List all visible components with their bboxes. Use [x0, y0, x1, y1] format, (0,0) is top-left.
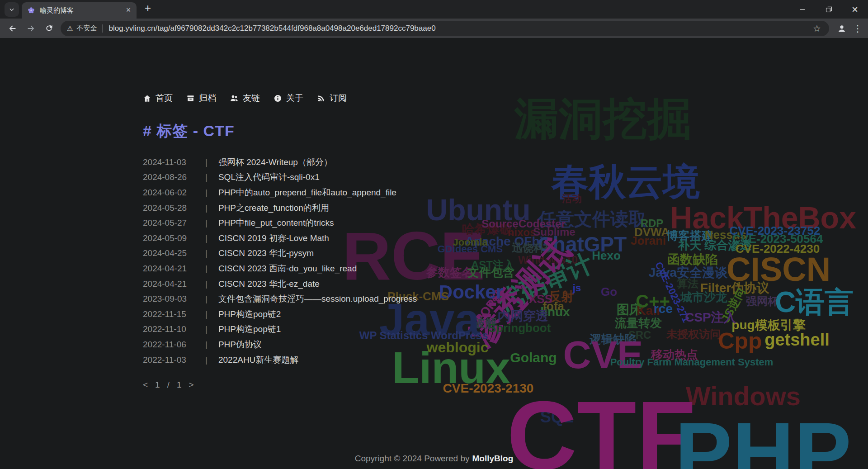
- post-separator: |: [205, 203, 208, 213]
- info-icon: [274, 94, 282, 103]
- close-button[interactable]: ×: [842, 0, 868, 19]
- security-chip[interactable]: ⚠ 不安全: [67, 24, 102, 33]
- nav-item-archive[interactable]: 归档: [186, 92, 216, 104]
- reload-button[interactable]: [41, 20, 57, 37]
- new-tab-button[interactable]: +: [141, 2, 155, 15]
- post-separator: |: [205, 279, 208, 289]
- post-date: 2024-11-03: [143, 157, 198, 167]
- post-row: 2022-11-15|PHP构造pop链2: [143, 307, 417, 322]
- menu-kebab-icon[interactable]: ⋮: [851, 23, 864, 34]
- post-separator: |: [205, 233, 208, 243]
- forward-button[interactable]: [23, 20, 39, 37]
- post-separator: |: [205, 324, 208, 334]
- minimize-button[interactable]: [789, 0, 816, 19]
- post-title-link[interactable]: CISCN 2023 华北-pysym: [218, 247, 314, 259]
- post-title-link[interactable]: SQL注入代码审计-sqli-0x1: [218, 171, 320, 183]
- post-title-link[interactable]: PHP之create_function的利用: [218, 202, 329, 214]
- tab-title: 喻灵的博客: [40, 6, 124, 15]
- wordcloud-word: Poultry Farm Management System: [610, 357, 774, 367]
- post-row: 2024-11-03|强网杯 2024-Writeup（部分）: [143, 155, 417, 170]
- tag-wordcloud: 漏洞挖掘春秋云境Ubuntu任意文件读取HackTheBox活动RCE哈希爆破S…: [0, 38, 868, 469]
- post-title-link[interactable]: CISCN 2019 初赛-Love Math: [218, 232, 329, 244]
- nav-item-label: 归档: [199, 92, 216, 104]
- post-title-link[interactable]: PHP构造pop链2: [218, 308, 281, 320]
- nav-item-label: 关于: [286, 92, 303, 104]
- post-date: 2022-11-03: [143, 355, 198, 365]
- reload-icon: [44, 24, 54, 33]
- wordcloud-word: 内网穿透: [498, 310, 548, 322]
- post-row: 2024-06-02|PHP中的auto_prepend_file和auto_a…: [143, 185, 417, 200]
- favicon-flower-icon: [27, 6, 35, 14]
- nav-item-friends[interactable]: 友链: [230, 92, 260, 104]
- tab-search-button[interactable]: [5, 2, 19, 17]
- nav-item-label: 友链: [243, 92, 260, 104]
- post-row: 2024-05-27|PHP中file_put_content的tricks: [143, 215, 417, 231]
- post-row: 2022-11-10|PHP构造pop链1: [143, 322, 417, 337]
- post-title-link[interactable]: PHP构造pop链1: [218, 323, 281, 335]
- post-separator: |: [205, 264, 208, 274]
- wordcloud-word: Go: [601, 286, 617, 298]
- wordcloud-word: 算法: [677, 278, 698, 289]
- post-title-link[interactable]: PHP中file_put_content的tricks: [218, 217, 334, 229]
- home-icon: [143, 94, 151, 103]
- post-date: 2024-06-02: [143, 188, 198, 198]
- current-page: 1: [155, 380, 160, 390]
- post-date: 2024-05-27: [143, 218, 198, 228]
- post-row: 2022-11-03|2022AHU新生赛题解: [143, 352, 417, 368]
- pagination: < 1 / 1 >: [143, 380, 194, 390]
- post-title-link[interactable]: 2022AHU新生赛题解: [218, 354, 298, 366]
- wordcloud-word: js: [573, 283, 581, 293]
- chip-divider: [102, 24, 103, 33]
- page-separator: /: [167, 380, 170, 390]
- nav-item-rss[interactable]: 订阅: [317, 92, 347, 104]
- address-bar[interactable]: ⚠ 不安全 blog.yvling.cn/tag/af9679082dd342c…: [61, 21, 829, 36]
- prev-page-button[interactable]: <: [143, 380, 148, 390]
- post-separator: |: [205, 309, 208, 319]
- post-row: 2024-05-09|CISCN 2019 初赛-Love Math: [143, 231, 417, 246]
- post-separator: |: [205, 355, 208, 365]
- browser-toolbar: ⚠ 不安全 blog.yvling.cn/tag/af9679082dd342c…: [0, 19, 868, 38]
- wordcloud-word: getshell: [764, 331, 830, 348]
- wordcloud-word: C++: [636, 292, 670, 310]
- wordcloud-word: 城市沙龙: [680, 291, 727, 303]
- wordcloud-word: 参数签名: [426, 266, 473, 278]
- post-title-link[interactable]: PHP中的auto_prepend_file和auto_append_file: [218, 187, 396, 199]
- tab-strip: 喻灵的博客 × + ×: [0, 0, 868, 19]
- wordcloud-word: Hexo: [592, 250, 621, 261]
- post-title-link[interactable]: 文件包含漏洞奇技淫巧——session.upload_progress: [218, 293, 417, 305]
- profile-avatar-button[interactable]: [834, 20, 850, 37]
- post-row: 2023-09-03|文件包含漏洞奇技淫巧——session.upload_pr…: [143, 291, 417, 307]
- forward-icon: [26, 24, 36, 33]
- nav-item-home[interactable]: 首页: [143, 92, 173, 104]
- footer: Copyright © 2024 Powered byMollyBlog: [0, 454, 868, 464]
- browser-tab[interactable]: 喻灵的博客 ×: [22, 2, 137, 19]
- post-separator: |: [205, 340, 208, 350]
- wordcloud-word: pug模板引擎: [731, 319, 805, 332]
- copyright-text: Copyright © 2024 Powered by: [355, 454, 470, 463]
- tab-close-icon[interactable]: ×: [124, 6, 133, 15]
- post-title-link[interactable]: CISCN 2023 华北-ez_date: [218, 278, 320, 290]
- wordcloud-word: 未授权访问: [666, 329, 721, 340]
- nav-item-about[interactable]: 关于: [274, 92, 303, 104]
- wordcloud-word: 强网杯: [746, 296, 778, 307]
- mollyblog-link[interactable]: MollyBlog: [472, 454, 513, 463]
- post-separator: |: [205, 248, 208, 258]
- post-separator: |: [205, 218, 208, 228]
- blog-page: 漏洞挖掘春秋云境Ubuntu任意文件读取HackTheBox活动RCE哈希爆破S…: [0, 38, 868, 469]
- nav-item-label: 首页: [156, 92, 173, 104]
- post-title-link[interactable]: CISCN 2023 西南-do_you_like_read: [218, 263, 357, 275]
- restore-button[interactable]: [816, 0, 842, 19]
- post-row: 2024-04-21|CISCN 2023 华北-ez_date: [143, 276, 417, 292]
- restore-icon: [825, 5, 833, 14]
- wordcloud-word: 文件包含: [467, 266, 514, 278]
- wordcloud-word: C语言: [775, 288, 854, 317]
- chevron-down-icon: [9, 6, 15, 13]
- bookmark-star-icon[interactable]: ☆: [808, 23, 826, 34]
- post-date: 2024-05-28: [143, 203, 198, 213]
- wordcloud-word: GDidees CMS: [438, 244, 503, 254]
- back-button[interactable]: [5, 20, 21, 37]
- security-label: 不安全: [76, 24, 97, 33]
- post-title-link[interactable]: 强网杯 2024-Writeup（部分）: [218, 156, 332, 168]
- next-page-button[interactable]: >: [189, 380, 194, 390]
- post-title-link[interactable]: PHP伪协议: [218, 339, 262, 351]
